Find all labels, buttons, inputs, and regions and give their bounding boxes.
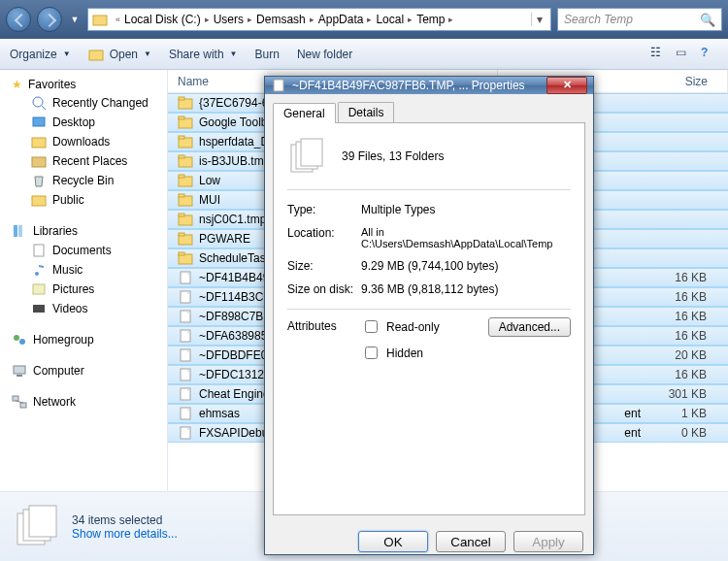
recent-places-icon bbox=[31, 153, 47, 169]
file-count-summary: 39 Files, 13 Folders bbox=[342, 149, 444, 163]
readonly-label: Read-only bbox=[386, 320, 440, 334]
sidebar-item-downloads[interactable]: Downloads bbox=[0, 132, 167, 151]
file-icon bbox=[178, 289, 193, 305]
search-icon[interactable]: 🔍 bbox=[700, 13, 715, 27]
size-value: 9.29 MB (9,744,100 bytes) bbox=[361, 259, 571, 273]
file-icon bbox=[178, 328, 193, 344]
sidebar-item-pictures[interactable]: Pictures bbox=[0, 280, 167, 299]
readonly-checkbox[interactable] bbox=[365, 320, 378, 333]
share-button[interactable]: Share with▼ bbox=[169, 48, 238, 61]
preview-pane-icon[interactable]: ▭ bbox=[676, 46, 693, 63]
folder-icon bbox=[178, 231, 193, 247]
dialog-title: ~DF41B4B49FAC987FB6.TMP, ... Properties bbox=[292, 79, 525, 92]
file-size: 16 KB bbox=[650, 271, 728, 284]
toolbar: Organize▼ Open▼ Share with▼ Burn New fol… bbox=[0, 39, 728, 70]
close-button[interactable]: ✕ bbox=[546, 77, 587, 94]
file-size: 16 KB bbox=[650, 310, 728, 323]
forward-button[interactable] bbox=[37, 7, 62, 32]
cancel-button[interactable]: Cancel bbox=[436, 531, 506, 552]
view-options-icon[interactable]: ☷ bbox=[650, 46, 668, 63]
sidebar-item-recycle-bin[interactable]: Recycle Bin bbox=[0, 171, 167, 190]
sidebar-item-recently-changed[interactable]: Recently Changed bbox=[0, 93, 167, 113]
tab-details[interactable]: Details bbox=[338, 102, 395, 122]
sidebar-item-videos[interactable]: Videos bbox=[0, 299, 167, 318]
file-icon bbox=[271, 78, 286, 93]
multi-file-icon bbox=[287, 137, 326, 176]
breadcrumb-overflow[interactable]: « bbox=[112, 15, 124, 24]
back-button[interactable] bbox=[6, 7, 31, 32]
svg-rect-9 bbox=[18, 225, 22, 237]
new-folder-button[interactable]: New folder bbox=[297, 48, 352, 61]
type-label: Type: bbox=[287, 203, 361, 216]
size-label: Size: bbox=[287, 259, 361, 273]
svg-rect-7 bbox=[32, 196, 46, 206]
svg-point-15 bbox=[19, 339, 25, 345]
libraries-header[interactable]: Libraries bbox=[0, 221, 167, 241]
help-icon[interactable]: ? bbox=[701, 46, 718, 63]
breadcrumb-item[interactable]: Local bbox=[376, 13, 404, 26]
svg-rect-5 bbox=[32, 138, 46, 148]
network-header[interactable]: Network bbox=[0, 392, 167, 412]
svg-rect-17 bbox=[17, 375, 22, 377]
favorites-header[interactable]: ★ Favorites bbox=[0, 76, 167, 93]
folder-icon bbox=[178, 95, 193, 111]
location-value: All in C:\Users\Demsash\AppData\Local\Te… bbox=[361, 226, 571, 249]
sidebar-item-desktop[interactable]: Desktop bbox=[0, 113, 167, 132]
svg-rect-22 bbox=[179, 97, 184, 100]
search-input[interactable]: Search Temp 🔍 bbox=[557, 8, 722, 31]
size-on-disk-label: Size on disk: bbox=[287, 282, 361, 296]
type-value: Multiple Types bbox=[361, 203, 571, 216]
sidebar-item-recent-places[interactable]: Recent Places bbox=[0, 151, 167, 171]
tab-general[interactable]: General bbox=[273, 103, 336, 123]
folder-icon bbox=[178, 134, 193, 149]
location-label: Location: bbox=[287, 226, 361, 249]
svg-rect-12 bbox=[33, 284, 45, 294]
file-icon bbox=[178, 309, 193, 324]
music-icon bbox=[31, 262, 47, 278]
breadcrumb-dropdown[interactable]: ▾ bbox=[531, 13, 546, 26]
nav-history-dropdown[interactable]: ▼ bbox=[68, 15, 82, 24]
svg-rect-6 bbox=[32, 157, 46, 167]
file-size: 1 KB bbox=[650, 407, 728, 420]
advanced-button[interactable]: Advanced... bbox=[488, 317, 571, 337]
show-more-details-link[interactable]: Show more details... bbox=[72, 527, 178, 541]
sidebar-item-public[interactable]: Public bbox=[0, 190, 167, 210]
breadcrumb-item[interactable]: AppData bbox=[318, 13, 364, 26]
svg-rect-30 bbox=[179, 175, 184, 178]
computer-header[interactable]: Computer bbox=[0, 361, 167, 380]
svg-rect-51 bbox=[274, 80, 283, 91]
recycle-bin-icon bbox=[31, 173, 47, 188]
svg-rect-24 bbox=[179, 116, 184, 119]
folder-icon bbox=[178, 250, 193, 266]
attributes-label: Attributes bbox=[287, 317, 361, 333]
file-size: 0 KB bbox=[650, 426, 728, 440]
apply-button[interactable]: Apply bbox=[513, 531, 583, 552]
open-button[interactable]: Open▼ bbox=[88, 47, 151, 62]
homegroup-icon bbox=[12, 332, 27, 347]
svg-rect-54 bbox=[301, 139, 322, 166]
burn-button[interactable]: Burn bbox=[255, 48, 280, 61]
svg-rect-16 bbox=[14, 366, 25, 374]
breadcrumb-item[interactable]: Local Disk (C:) bbox=[124, 13, 201, 26]
breadcrumb-item[interactable]: Demsash bbox=[256, 13, 306, 26]
svg-rect-13 bbox=[33, 305, 45, 313]
dialog-titlebar[interactable]: ~DF41B4B49FAC987FB6.TMP, ... Properties … bbox=[265, 77, 593, 94]
breadcrumb[interactable]: « Local Disk (C:) ▸ Users ▸ Demsash ▸ Ap… bbox=[87, 8, 551, 31]
svg-rect-28 bbox=[179, 155, 184, 158]
breadcrumb-item[interactable]: Temp bbox=[416, 13, 445, 26]
file-size: 301 KB bbox=[650, 387, 728, 401]
svg-line-20 bbox=[16, 401, 23, 403]
breadcrumb-item[interactable]: Users bbox=[214, 13, 244, 26]
folder-icon bbox=[178, 115, 193, 130]
hidden-checkbox[interactable] bbox=[365, 346, 378, 359]
size-on-disk-value: 9.36 MB (9,818,112 bytes) bbox=[361, 282, 571, 296]
ok-button[interactable]: OK bbox=[358, 531, 428, 552]
file-size: 16 KB bbox=[650, 368, 728, 381]
sidebar-item-documents[interactable]: Documents bbox=[0, 241, 167, 260]
homegroup-header[interactable]: Homegroup bbox=[0, 330, 167, 349]
window-titlebar: ▼ « Local Disk (C:) ▸ Users ▸ Demsash ▸ … bbox=[0, 0, 728, 39]
sidebar-item-music[interactable]: Music bbox=[0, 260, 167, 280]
file-icon bbox=[178, 386, 193, 402]
file-size: 20 KB bbox=[650, 348, 728, 362]
organize-button[interactable]: Organize▼ bbox=[10, 48, 71, 61]
